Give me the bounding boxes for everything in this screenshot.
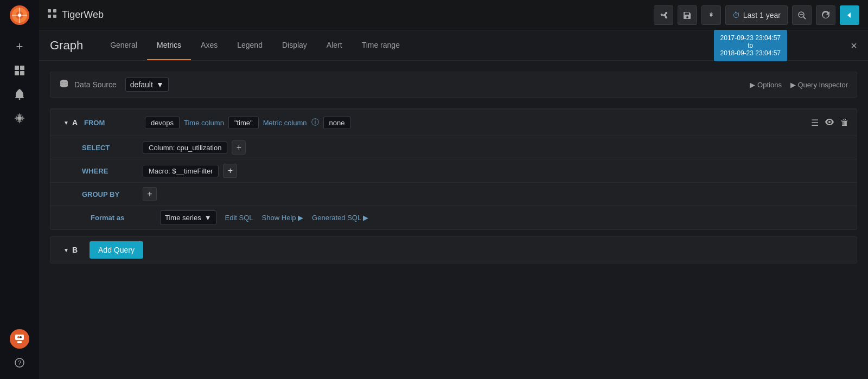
svg-point-14 (17, 336, 20, 338)
svg-rect-19 (53, 9, 56, 12)
metric-column-label[interactable]: Metric column (263, 119, 307, 127)
datasource-icon (59, 79, 69, 91)
tooltip-to: to (720, 42, 781, 49)
tab-display[interactable]: Display (272, 30, 317, 60)
add-select-button[interactable]: + (232, 140, 246, 155)
query-letter-a: A (72, 118, 78, 127)
add-groupby-button[interactable]: + (143, 187, 157, 201)
where-value[interactable]: Macro: $__timeFilter (143, 165, 219, 177)
sidebar-item-settings[interactable] (10, 108, 29, 128)
query-format-row: Format as Time series ▼ Edit SQL Show He… (50, 205, 857, 229)
tab-time-range[interactable]: Time range (352, 30, 410, 60)
svg-text:?: ? (18, 359, 21, 366)
topbar-actions: ⏱ Last 1 year 2017-09-23 23:04:57 to 201… (654, 5, 859, 25)
group-by-label: GROUP BY (82, 190, 136, 198)
add-query-row: ▼ B Add Query (50, 237, 857, 263)
add-query-button[interactable]: Add Query (90, 241, 143, 259)
clock-icon: ⏱ (732, 11, 740, 20)
select-value[interactable]: Column: cpu_utilization (143, 142, 227, 154)
format-as-value: Time series (165, 214, 201, 222)
svg-point-26 (60, 80, 68, 83)
tab-axes[interactable]: Axes (191, 30, 227, 60)
select-label: SELECT (82, 144, 136, 152)
where-label: WHERE (82, 167, 136, 175)
from-value[interactable]: devops (145, 117, 180, 129)
tab-legend[interactable]: Legend (227, 30, 272, 60)
zoom-button[interactable] (792, 5, 812, 25)
query-letter-b: B (72, 246, 78, 254)
sidebar-item-alerts[interactable] (10, 85, 29, 104)
drag-handle-icon[interactable]: ☰ (810, 117, 820, 129)
svg-line-24 (803, 17, 806, 19)
sidebar-item-help[interactable]: ? (10, 353, 29, 372)
query-a-actions: ☰ 🗑 (810, 117, 850, 129)
svg-rect-18 (48, 9, 51, 12)
query-from-row: ▼ A FROM devops Time column "time" Metri… (50, 109, 857, 136)
refresh-button[interactable] (816, 5, 835, 25)
show-help-button[interactable]: Show Help ▶ (262, 214, 303, 222)
tab-alert[interactable]: Alert (317, 30, 352, 60)
sidebar: + (0, 0, 39, 379)
format-as-label: Format as (91, 214, 145, 222)
svg-rect-9 (20, 71, 24, 75)
tooltip-from: 2017-09-23 23:04:57 (720, 34, 781, 42)
datasource-bar: Data Source default ▼ ▶ Options ▶ Query … (50, 72, 857, 98)
svg-rect-20 (48, 15, 51, 18)
edit-sql-button[interactable]: Edit SQL (225, 214, 253, 222)
time-range-button[interactable]: ⏱ Last 1 year 2017-09-23 23:04:57 to 201… (725, 5, 788, 25)
topbar: TigerWeb ⏱ Last 1 year (39, 0, 868, 30)
save-button[interactable] (678, 5, 697, 25)
panel-close-button[interactable]: × (851, 39, 857, 52)
query-block-b: ▼ B Add Query (50, 236, 857, 264)
tab-metrics[interactable]: Metrics (147, 30, 191, 60)
grid-icon (48, 9, 56, 21)
datasource-label: Data Source (74, 80, 117, 89)
format-as-select[interactable]: Time series ▼ (160, 210, 216, 225)
options-button[interactable]: ▶ Options (750, 81, 781, 89)
query-block-a: ▼ A FROM devops Time column "time" Metri… (50, 108, 857, 230)
sidebar-logo[interactable] (9, 4, 30, 26)
topbar-logo-area: TigerWeb (48, 9, 654, 21)
query-select-row: SELECT Column: cpu_utilization + (50, 136, 857, 159)
generated-sql-button[interactable]: Generated SQL ▶ (312, 214, 368, 222)
sidebar-item-add[interactable]: + (10, 37, 29, 56)
chevron-down-b-icon: ▼ (63, 247, 69, 253)
query-where-row: WHERE Macro: $__timeFilter + (50, 159, 857, 182)
settings-button[interactable] (701, 5, 721, 25)
svg-rect-7 (20, 66, 24, 70)
tooltip-end: 2018-09-23 23:04:57 (720, 49, 781, 57)
query-groupby-row: GROUP BY + (50, 182, 857, 205)
datasource-select[interactable]: default ▼ (125, 78, 169, 92)
query-inspector-button[interactable]: ▶ Query Inspector (790, 81, 848, 89)
from-label: FROM (84, 119, 138, 127)
add-where-button[interactable]: + (223, 164, 237, 178)
user-avatar[interactable] (10, 329, 29, 349)
svg-rect-8 (15, 71, 19, 75)
metric-column-value[interactable]: none (323, 117, 351, 129)
tab-general[interactable]: General (100, 30, 147, 60)
delete-query-icon[interactable]: 🗑 (839, 117, 850, 129)
query-a-collapse[interactable]: ▼ A (57, 114, 84, 131)
datasource-dropdown-icon: ▼ (156, 80, 164, 89)
share-button[interactable] (654, 5, 673, 25)
format-dropdown-icon: ▼ (205, 214, 212, 222)
datasource-actions: ▶ Options ▶ Query Inspector (750, 81, 848, 89)
sidebar-item-dashboards[interactable] (10, 61, 29, 80)
query-b-collapse[interactable]: ▼ B (57, 241, 84, 259)
toggle-visibility-icon[interactable] (824, 117, 835, 129)
svg-point-5 (18, 14, 21, 17)
info-icon[interactable]: ⓘ (311, 118, 319, 127)
svg-rect-6 (15, 66, 19, 70)
chevron-down-icon: ▼ (63, 120, 69, 126)
main-content: TigerWeb ⏱ Last 1 year (39, 0, 868, 379)
back-button[interactable] (840, 5, 859, 25)
time-tooltip: 2017-09-23 23:04:57 to 2018-09-23 23:04:… (714, 30, 787, 61)
svg-rect-13 (17, 341, 22, 343)
svg-rect-21 (53, 15, 56, 18)
metrics-content: Data Source default ▼ ▶ Options ▶ Query … (39, 61, 868, 379)
svg-point-10 (19, 98, 21, 100)
panel-tabs: General Metrics Axes Legend Display Aler… (100, 30, 410, 60)
time-column-label[interactable]: Time column (184, 119, 224, 127)
svg-point-15 (20, 336, 22, 338)
time-column-value[interactable]: "time" (228, 117, 259, 129)
